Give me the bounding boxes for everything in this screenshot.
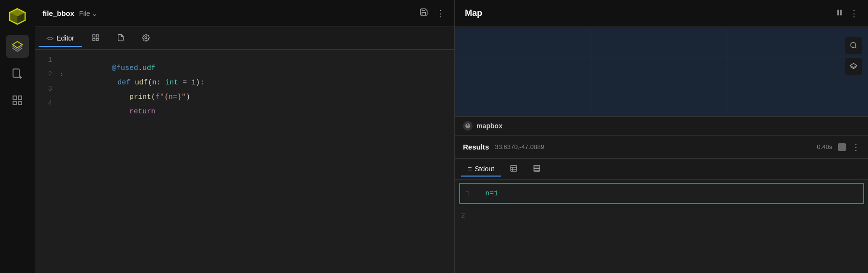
svg-rect-13 xyxy=(96,35,98,37)
more-options-icon[interactable]: ⋮ xyxy=(434,6,447,21)
editor-top-bar: file_bbox File ⌄ ⋮ xyxy=(35,0,454,27)
results-time: 0.40s xyxy=(817,143,832,150)
map-layers-icon[interactable] xyxy=(845,58,862,75)
main-content: file_bbox File ⌄ ⋮ <> xyxy=(35,0,868,273)
file-name: file_bbox xyxy=(42,9,74,17)
results-coords: 33.6370,-47.0889 xyxy=(495,143,544,150)
tab-stdout-label: Stdout xyxy=(475,165,494,173)
map-panel: Map ⋮ xyxy=(455,0,868,273)
map-search-icon[interactable] xyxy=(845,37,862,54)
svg-rect-11 xyxy=(18,101,22,105)
code-line-3: 3 print(f"{n=}") xyxy=(35,85,454,99)
code-line-4: 4 return xyxy=(35,99,454,114)
tab-editor[interactable]: <> Editor xyxy=(39,30,82,47)
svg-point-28 xyxy=(467,124,469,126)
tab-table[interactable] xyxy=(503,162,524,177)
results-label: Results xyxy=(463,143,489,151)
svg-line-25 xyxy=(855,47,856,48)
tab-grid[interactable] xyxy=(84,30,107,48)
stdout-text-1: n=1 xyxy=(485,190,498,198)
tab-editor-label: Editor xyxy=(56,34,74,42)
map-more-icon[interactable]: ⋮ xyxy=(850,8,858,19)
map-top-icons: ⋮ xyxy=(835,8,858,19)
map-side-icons xyxy=(845,37,862,75)
map-viewport: mapbox Results 33.6370,-47.0889 0.40s ⋮ … xyxy=(455,27,868,273)
svg-rect-14 xyxy=(93,38,95,41)
code-line-2: 2 › def udf(n: int = 1): xyxy=(35,70,454,85)
results-tabs: ≡ Stdout xyxy=(455,159,868,180)
sidebar-item-add-file[interactable] xyxy=(6,62,29,85)
tab-grid2[interactable] xyxy=(526,162,547,177)
stdout-content: 1 n=1 2 xyxy=(455,180,868,273)
results-bar: Results 33.6370,-47.0889 0.40s ⋮ xyxy=(455,136,868,159)
map-top-bar: Map ⋮ xyxy=(455,0,868,27)
sidebar xyxy=(0,0,35,273)
mapbox-icon xyxy=(463,121,473,131)
file-menu-button[interactable]: File ⌄ xyxy=(79,10,98,17)
sidebar-item-layers[interactable] xyxy=(6,35,29,58)
results-more-icon[interactable]: ⋮ xyxy=(852,142,860,152)
results-square xyxy=(838,143,846,151)
svg-rect-19 xyxy=(455,27,868,116)
save-icon[interactable] xyxy=(418,6,430,21)
svg-rect-12 xyxy=(93,35,95,37)
svg-rect-5 xyxy=(13,69,19,77)
app-logo[interactable] xyxy=(7,6,28,27)
mapbox-logo: mapbox xyxy=(463,121,503,131)
tab-settings[interactable] xyxy=(134,30,157,48)
mapbox-bar: mapbox xyxy=(455,116,868,136)
svg-rect-10 xyxy=(13,101,16,105)
stdout-line-1: 1 n=1 xyxy=(459,183,864,204)
svg-rect-9 xyxy=(18,96,22,99)
map-title: Map xyxy=(465,8,835,18)
svg-rect-15 xyxy=(96,38,98,41)
stdout-line-2: 2 xyxy=(455,205,868,226)
tab-doc[interactable] xyxy=(109,30,132,48)
editor-tabs: <> Editor xyxy=(35,27,454,50)
sidebar-item-grid[interactable] xyxy=(6,89,29,112)
svg-point-16 xyxy=(145,37,147,39)
mapbox-label: mapbox xyxy=(476,122,503,130)
code-editor[interactable]: 1 @fused.udf 2 › def udf(n: int = 1): 3 xyxy=(35,50,454,273)
tab-stdout[interactable]: ≡ Stdout xyxy=(461,162,501,177)
editor-panel: file_bbox File ⌄ ⋮ <> xyxy=(35,0,455,273)
svg-rect-29 xyxy=(511,165,517,171)
svg-rect-18 xyxy=(840,10,842,15)
code-line-1: 1 @fused.udf xyxy=(35,56,454,70)
svg-point-24 xyxy=(851,42,856,48)
svg-rect-17 xyxy=(838,10,839,15)
map-background[interactable] xyxy=(455,27,868,116)
svg-rect-8 xyxy=(13,96,16,99)
pause-icon[interactable] xyxy=(835,8,844,19)
